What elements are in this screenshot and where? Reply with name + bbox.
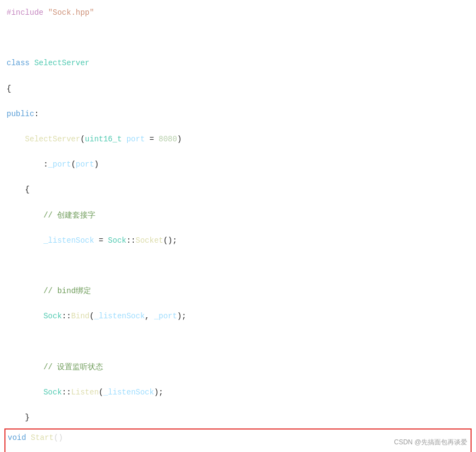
top-code-block: #include "Sock.hpp" class SelectServer {… bbox=[0, 4, 476, 426]
code-line: #include "Sock.hpp" bbox=[7, 7, 469, 19]
code-line: // bind绑定 bbox=[7, 285, 469, 297]
code-line: Sock::Bind(_listenSock, _port); bbox=[7, 310, 469, 323]
footer-watermark: CSDN @先搞面包再谈爱 bbox=[394, 437, 467, 448]
code-line: class SelectServer bbox=[7, 57, 469, 70]
code-line: // 设置监听状态 bbox=[7, 361, 469, 374]
code-line: { bbox=[7, 184, 469, 196]
footer-text: CSDN @先搞面包再谈爱 bbox=[394, 438, 467, 446]
code-line bbox=[7, 260, 469, 272]
code-line: Sock::Listen(_listenSock); bbox=[7, 386, 469, 399]
code-line bbox=[7, 32, 469, 44]
code-line: } bbox=[7, 411, 469, 424]
code-line: SelectServer(uint16_t port = 8080) bbox=[7, 133, 469, 146]
code-line: { bbox=[7, 83, 469, 95]
code-container: #include "Sock.hpp" class SelectServer {… bbox=[0, 0, 476, 452]
code-line: :_port(port) bbox=[7, 158, 469, 171]
code-line bbox=[7, 335, 469, 348]
code-line: _listenSock = Sock::Socket(); bbox=[7, 234, 469, 247]
code-line: // 创建套接字 bbox=[7, 209, 469, 222]
code-line: public: bbox=[7, 108, 469, 121]
